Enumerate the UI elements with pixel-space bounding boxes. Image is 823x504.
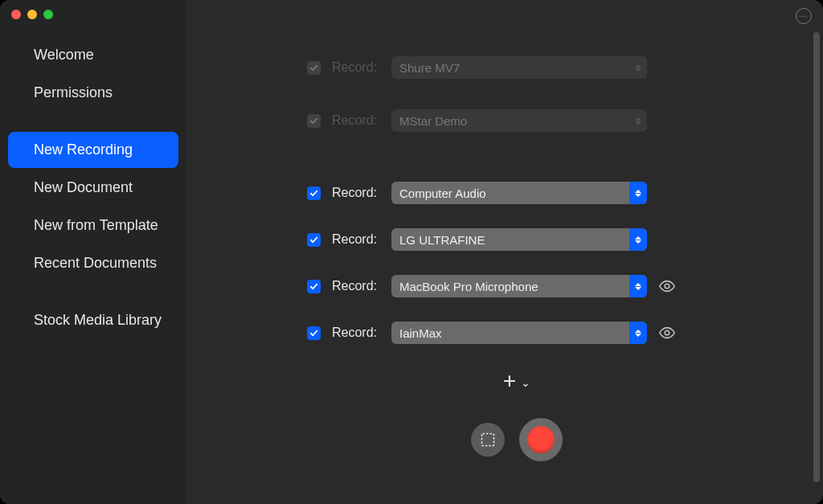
content-pane: Record:Shure MV7Record:MStar DemoRecord:… xyxy=(186,0,823,504)
sidebar-item-new-document[interactable]: New Document xyxy=(8,170,178,206)
source-dropdown[interactable]: MacBook Pro Microphone xyxy=(391,275,647,297)
source-row: Record:Computer Audio xyxy=(307,182,775,204)
record-checkbox xyxy=(307,114,321,128)
record-icon xyxy=(527,426,555,453)
updown-chevron-icon xyxy=(629,275,647,297)
source-row: Record:LG ULTRAFINE xyxy=(307,228,775,251)
start-recording-button[interactable] xyxy=(519,418,563,461)
chevron-down-icon: ⌄ xyxy=(521,377,530,388)
updown-chevron-icon xyxy=(629,182,647,204)
sidebar-group: New Recording New Document New from Temp… xyxy=(0,132,186,281)
source-row: Record:MacBook Pro Microphone xyxy=(307,275,775,297)
record-checkbox[interactable] xyxy=(307,186,321,200)
scrollbar[interactable] xyxy=(813,32,820,482)
preview-eye-icon[interactable] xyxy=(658,324,676,342)
dropdown-value: LG ULTRAFINE xyxy=(399,233,485,247)
source-dropdown[interactable]: Computer Audio xyxy=(391,182,647,204)
sidebar-item-new-from-template[interactable]: New from Template xyxy=(8,207,178,244)
sidebar-item-stock-media-library[interactable]: Stock Media Library xyxy=(8,302,178,338)
record-label: Record: xyxy=(332,326,380,340)
source-row: Record:Shure MV7 xyxy=(307,56,775,79)
updown-chevron-icon xyxy=(629,109,647,132)
sidebar-item-recent-documents[interactable]: Recent Documents xyxy=(8,245,178,281)
svg-rect-2 xyxy=(482,434,494,446)
sidebar-item-permissions[interactable]: Permissions xyxy=(8,75,178,111)
source-dropdown[interactable]: IainMax xyxy=(391,322,647,344)
updown-chevron-icon xyxy=(629,228,647,251)
source-row: Record:MStar Demo xyxy=(307,109,775,132)
record-label: Record: xyxy=(332,186,380,200)
selection-icon xyxy=(481,432,495,447)
minimize-window-button[interactable] xyxy=(27,10,37,19)
record-checkbox[interactable] xyxy=(307,326,321,340)
sidebar-group: Stock Media Library xyxy=(0,302,186,338)
sidebar: Welcome Permissions New Recording New Do… xyxy=(0,0,186,504)
add-source-button[interactable]: + ⌄ xyxy=(259,368,775,394)
source-dropdown[interactable]: LG ULTRAFINE xyxy=(391,228,647,251)
app-window: ••• Welcome Permissions New Recording Ne… xyxy=(0,0,823,504)
svg-point-0 xyxy=(665,284,669,289)
record-checkbox xyxy=(307,61,321,75)
source-row: Record:IainMax xyxy=(307,322,775,344)
sidebar-item-welcome[interactable]: Welcome xyxy=(8,37,178,73)
record-label: Record: xyxy=(332,279,380,293)
svg-point-1 xyxy=(665,330,669,335)
updown-chevron-icon xyxy=(629,56,647,79)
dropdown-value: IainMax xyxy=(399,326,442,340)
dropdown-value: MStar Demo xyxy=(399,114,467,128)
record-label: Record: xyxy=(332,232,380,247)
preview-eye-icon[interactable] xyxy=(658,277,676,295)
record-checkbox[interactable] xyxy=(307,233,321,247)
updown-chevron-icon xyxy=(629,322,647,344)
dropdown-value: MacBook Pro Microphone xyxy=(399,280,538,293)
record-checkbox[interactable] xyxy=(307,280,321,293)
sidebar-item-new-recording[interactable]: New Recording xyxy=(8,132,178,168)
select-area-button[interactable] xyxy=(471,423,505,457)
source-dropdown: Shure MV7 xyxy=(391,56,647,79)
traffic-lights xyxy=(11,10,53,19)
plus-icon: + xyxy=(503,368,516,394)
record-controls xyxy=(259,418,775,461)
record-label: Record: xyxy=(332,60,380,75)
zoom-window-button[interactable] xyxy=(43,10,53,19)
dropdown-value: Computer Audio xyxy=(399,186,486,200)
sidebar-group: Welcome Permissions xyxy=(0,37,186,111)
dropdown-value: Shure MV7 xyxy=(399,61,460,75)
source-dropdown: MStar Demo xyxy=(391,109,647,132)
close-window-button[interactable] xyxy=(11,10,21,19)
record-label: Record: xyxy=(332,113,380,128)
